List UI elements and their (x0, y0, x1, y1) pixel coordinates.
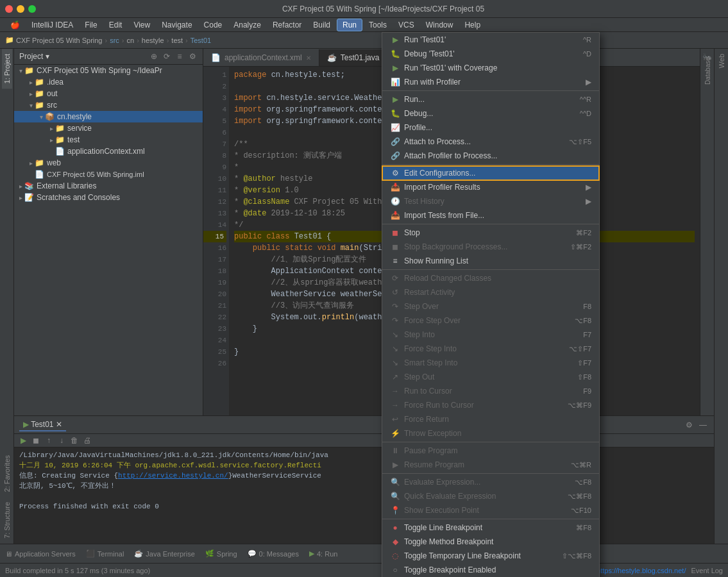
force-step-into-item[interactable]: ↘ Force Step Into ⌥⇧F7 (382, 342, 599, 356)
toggle-bp-enabled-item[interactable]: ○ Toggle Breakpoint Enabled (382, 563, 599, 577)
run-coverage-item[interactable]: ▶ Run 'Test01' with Coverage (382, 61, 599, 75)
tree-item-test[interactable]: ▸ 📁 test (14, 134, 203, 146)
breadcrumb-project[interactable]: 📁 CXF Project 05 With Spring (5, 36, 103, 44)
menu-apple[interactable]: 🍎 (5, 19, 25, 31)
attach-profiler-item[interactable]: 🔗 Attach Profiler to Process... (382, 149, 599, 163)
close-appcontext-tab[interactable]: ✕ (306, 54, 311, 62)
force-run-cursor-item[interactable]: → Force Run to Cursor ⌥⌘F9 (382, 398, 599, 412)
menu-intellij[interactable]: IntelliJ IDEA (26, 19, 78, 31)
toggle-line-bp-item[interactable]: ● Toggle Line Breakpoint ⌘F8 (382, 521, 599, 535)
menu-build[interactable]: Build (308, 19, 335, 31)
stop-item[interactable]: ◼ Stop ⌘F2 (382, 226, 599, 240)
resume-item[interactable]: ▶ Resume Program ⌥⌘R (382, 458, 599, 472)
database-icon[interactable]: Database (702, 65, 713, 77)
run-profiler-item[interactable]: 📊 Run with Profiler ▶ (382, 75, 599, 89)
run-tab[interactable]: ▶ Test01 ✕ (19, 419, 66, 431)
tree-item-cn-hestyle[interactable]: ▾ 📦 cn.hestyle (14, 111, 203, 122)
debug-item[interactable]: 🐛 Debug... ^^D (382, 106, 599, 121)
show-exec-point-item[interactable]: 📍 Show Execution Point ⌥F10 (382, 503, 599, 517)
toggle-temp-bp-item[interactable]: ◌ Toggle Temporary Line Breakpoint ⇧⌥⌘F8 (382, 549, 599, 563)
step-into-item[interactable]: ↘ Step Into F7 (382, 328, 599, 342)
run-test01-item[interactable]: ▶ Run 'Test01' ^R (382, 33, 599, 47)
menu-tools[interactable]: Tools (364, 19, 392, 31)
evaluate-item[interactable]: 🔍 Evaluate Expression... ⌥F8 (382, 475, 599, 489)
menu-code[interactable]: Code (199, 19, 228, 31)
import-profiler-item[interactable]: 📥 Import Profiler Results ▶ (382, 180, 599, 194)
tree-item-service[interactable]: ▸ 📁 service (14, 122, 203, 134)
edit-configurations-item[interactable]: ⚙ Edit Configurations... (382, 166, 599, 180)
tree-item-scratches[interactable]: ▸ 📝 Scratches and Consoles (14, 192, 203, 203)
collapse-icon[interactable]: ≡ (174, 51, 185, 62)
breadcrumb-hestyle[interactable]: hestyle (142, 37, 164, 44)
menu-edit[interactable]: Edit (104, 19, 128, 31)
step-out-item[interactable]: ↗ Step Out ⇧F8 (382, 370, 599, 384)
reload-classes-item[interactable]: ⟳ Reload Changed Classes (382, 271, 599, 285)
force-return-item[interactable]: ↩ Force Return (382, 412, 599, 426)
close-panel-icon[interactable]: — (697, 419, 709, 431)
print-icon[interactable]: 🖨 (82, 435, 92, 446)
run-to-cursor-item[interactable]: → Run to Cursor F9 (382, 384, 599, 398)
tree-item[interactable]: ▾ 📁 CXF Project 05 With Spring ~/IdeaPr (14, 65, 203, 76)
messages-item[interactable]: 💬 0: Messages (248, 549, 299, 558)
event-log[interactable]: Event Log (691, 567, 723, 574)
menu-file[interactable]: File (80, 19, 102, 31)
scroll-up-icon[interactable]: ↑ (44, 435, 54, 446)
scroll-down-icon[interactable]: ↓ (56, 435, 67, 446)
structure-tab[interactable]: 7: Structure (2, 497, 12, 544)
menu-help[interactable]: Help (459, 19, 486, 31)
smart-step-item[interactable]: ↘ Smart Step Into ⇧F7 (382, 356, 599, 370)
toggle-method-bp-item[interactable]: ◆ Toggle Method Breakpoint (382, 535, 599, 549)
menu-run[interactable]: Run (337, 19, 362, 31)
menu-vcs[interactable]: VCS (393, 19, 419, 31)
force-step-over-item[interactable]: ↷ Force Step Over ⌥F8 (382, 314, 599, 328)
pause-item[interactable]: ⏸ Pause Program (382, 444, 599, 458)
test-history-item[interactable]: 🕐 Test History ▶ (382, 194, 599, 208)
stop-background-item[interactable]: ◼ Stop Background Processes... ⇧⌘F2 (382, 240, 599, 254)
web-tab[interactable]: Web (716, 49, 727, 73)
java-enterprise-item[interactable]: ☕ Java Enterprise (134, 549, 194, 558)
breadcrumb-test01[interactable]: Test01 (190, 37, 211, 44)
terminal-item[interactable]: ⬛ Terminal (86, 549, 124, 558)
run-item[interactable]: ▶ 4: Run (309, 549, 337, 558)
tree-item-web[interactable]: ▸ 📁 web (14, 157, 203, 169)
debug-test01-item[interactable]: 🐛 Debug 'Test01' ^D (382, 47, 599, 61)
stop-icon[interactable]: ◼ (31, 435, 41, 446)
tree-item[interactable]: ▸ 📁 .idea (14, 76, 203, 88)
import-tests-item[interactable]: 📥 Import Tests from File... (382, 208, 599, 222)
tree-item-iml[interactable]: 📄 CXF Project 05 With Spring.iml (14, 169, 203, 180)
gear-icon[interactable]: ⚙ (187, 51, 198, 62)
breadcrumb-test[interactable]: test (171, 37, 183, 44)
service-link[interactable]: http://service.hestyle.cn/ (118, 472, 228, 480)
clear-icon[interactable]: 🗑 (69, 435, 80, 446)
menu-window[interactable]: Window (421, 19, 459, 31)
quick-eval-item[interactable]: 🔍 Quick Evaluate Expression ⌥⌘F8 (382, 489, 599, 503)
tree-item-appcontext[interactable]: 📄 applicationContext.xml (14, 146, 203, 157)
menu-navigate[interactable]: Navigate (157, 19, 197, 31)
rerun-icon[interactable]: ▶ (18, 435, 28, 446)
add-icon[interactable]: ⊕ (149, 51, 159, 62)
menu-view[interactable]: View (128, 19, 155, 31)
show-running-item[interactable]: ≡ Show Running List (382, 254, 599, 268)
menu-refactor[interactable]: Refactor (267, 19, 307, 31)
breadcrumb-src[interactable]: src (110, 37, 119, 44)
tree-item[interactable]: ▾ 📁 src (14, 99, 203, 111)
breadcrumb-cn[interactable]: cn (127, 37, 135, 44)
attach-process-item[interactable]: 🔗 Attach to Process... ⌥⇧F5 (382, 135, 599, 149)
favorites-tab[interactable]: 2: Favorites (2, 450, 12, 497)
menu-analyze[interactable]: Analyze (228, 19, 266, 31)
tree-item[interactable]: ▸ 📁 out (14, 88, 203, 99)
run-item[interactable]: ▶ Run... ^^R (382, 92, 599, 106)
settings-icon[interactable]: ⚙ (683, 419, 695, 431)
tab-appcontext[interactable]: 📄 applicationContext.xml ✕ (203, 49, 319, 66)
tree-item-external-libs[interactable]: ▸ 📚 External Libraries (14, 180, 203, 192)
sync-icon[interactable]: ⟳ (162, 51, 172, 62)
maximize-button[interactable] (28, 5, 36, 13)
close-button[interactable] (5, 5, 13, 13)
spring-item[interactable]: 🌿 Spring (205, 549, 237, 558)
throw-exception-item[interactable]: ⚡ Throw Exception (382, 426, 599, 440)
profile-item[interactable]: 📈 Profile... (382, 121, 599, 135)
blog-url[interactable]: https://hestyle.blog.csdn.net/ (597, 567, 686, 574)
project-tab[interactable]: 1: Project (2, 49, 12, 88)
app-servers-item[interactable]: 🖥 Application Servers (5, 550, 76, 558)
minimize-button[interactable] (17, 5, 24, 13)
